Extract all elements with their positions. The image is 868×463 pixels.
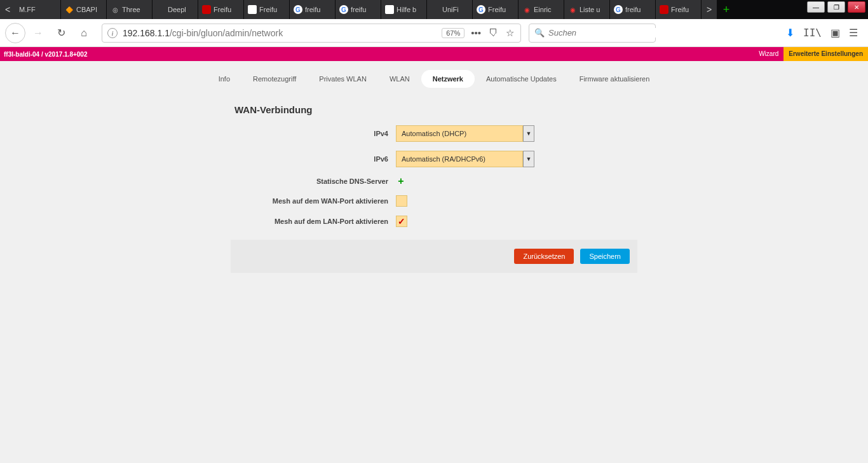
ipv4-select[interactable]: Automatisch (DHCP): [396, 125, 523, 142]
browser-tab[interactable]: UniFi: [427, 0, 473, 19]
browser-tab[interactable]: Gfreifu: [610, 0, 656, 19]
save-button[interactable]: Speichern: [580, 249, 630, 264]
forward-button[interactable]: →: [28, 23, 48, 43]
tab-scroll-right[interactable]: >: [702, 0, 717, 19]
reload-button[interactable]: ↻: [51, 23, 71, 43]
site-info-icon[interactable]: i: [107, 28, 118, 38]
menu-autoupdate[interactable]: Automatische Updates: [475, 70, 568, 88]
browser-tab[interactable]: ◎Three: [107, 0, 153, 19]
browser-tab[interactable]: Freifu: [244, 0, 290, 19]
close-button[interactable]: ✕: [848, 1, 865, 13]
browser-tab[interactable]: ◉Liste u: [564, 0, 610, 19]
menu-wlan[interactable]: WLAN: [378, 70, 421, 88]
back-button[interactable]: ←: [5, 23, 25, 43]
favicon-icon: [660, 5, 668, 14]
section-title: WAN-Verbindung: [231, 104, 637, 115]
pocket-icon[interactable]: ⛉: [487, 27, 499, 38]
form-actions: Zurücksetzen Speichern: [231, 240, 637, 273]
home-button[interactable]: ⌂: [74, 23, 94, 43]
minimize-button[interactable]: —: [807, 1, 825, 13]
menu-remote[interactable]: Remotezugriff: [241, 70, 308, 88]
favicon-icon: 🔶: [65, 5, 74, 14]
favicon-icon: ◉: [568, 5, 577, 14]
browser-toolbar: ← → ↻ ⌂ i 192.168.1.1/cgi-bin/gluon/admi…: [0, 19, 868, 47]
browser-tab[interactable]: ◉Einric: [519, 0, 564, 19]
favicon-icon: [156, 5, 165, 14]
mesh-wan-checkbox[interactable]: [396, 195, 407, 207]
library-icon[interactable]: II\: [803, 27, 822, 39]
ipv6-label: IPv6: [231, 155, 396, 163]
dropdown-arrow-icon[interactable]: ▼: [523, 151, 534, 167]
favicon-icon: [248, 5, 257, 14]
browser-tab[interactable]: Freifu: [656, 0, 702, 19]
search-input[interactable]: [548, 28, 656, 38]
favicon-icon: [385, 5, 394, 14]
menu-private-wlan[interactable]: Privates WLAN: [308, 70, 378, 88]
bookmark-icon[interactable]: ☆: [505, 27, 515, 39]
gluon-topbar: ff3l-baldi-04 / v2017.1.8+002 Wizard Erw…: [0, 47, 868, 61]
page-content: ff3l-baldi-04 / v2017.1.8+002 Wizard Erw…: [0, 47, 868, 463]
favicon-icon: G: [477, 5, 485, 14]
page-actions-icon[interactable]: •••: [470, 27, 482, 38]
browser-tab-strip: < M.FF 🔶CBAPI ◎Three Deepl Freifu Freifu…: [0, 0, 868, 19]
mesh-wan-label: Mesh auf dem WAN-Port aktivieren: [231, 197, 396, 205]
maximize-button[interactable]: ❐: [827, 1, 845, 13]
form-content: WAN-Verbindung IPv4 Automatisch (DHCP) ▼…: [231, 104, 637, 273]
dns-label: Statische DNS-Server: [231, 177, 396, 185]
browser-tab[interactable]: Freifu: [198, 0, 244, 19]
favicon-icon: [431, 5, 440, 14]
browser-tab[interactable]: 🔶CBAPI: [61, 0, 107, 19]
main-menu: Info Remotezugriff Privates WLAN WLAN Ne…: [0, 61, 868, 93]
sidebar-icon[interactable]: ▣: [831, 27, 840, 39]
favicon-icon: ◉: [522, 5, 531, 14]
wizard-link[interactable]: Wizard: [754, 47, 783, 61]
reset-button[interactable]: Zurücksetzen: [514, 249, 574, 264]
favicon-icon: ◎: [111, 5, 119, 14]
browser-tab[interactable]: Hilfe b: [381, 0, 427, 19]
menu-firmware[interactable]: Firmware aktualisieren: [568, 70, 661, 88]
zoom-indicator[interactable]: 67%: [442, 28, 465, 38]
tab-scroll-left[interactable]: <: [0, 0, 15, 19]
advanced-settings-link[interactable]: Erweiterte Einstellungen: [783, 47, 868, 61]
dropdown-arrow-icon[interactable]: ▼: [523, 125, 534, 142]
favicon-icon: [202, 5, 211, 14]
browser-tab[interactable]: Deepl: [153, 0, 198, 19]
add-dns-button[interactable]: +: [396, 176, 406, 186]
address-bar[interactable]: i 192.168.1.1/cgi-bin/gluon/admin/networ…: [102, 24, 521, 43]
menu-info[interactable]: Info: [207, 70, 241, 88]
downloads-icon[interactable]: ⬇: [786, 27, 794, 39]
favicon-icon: G: [294, 5, 302, 14]
favicon-icon: G: [339, 5, 348, 14]
menu-icon[interactable]: ☰: [849, 27, 858, 39]
browser-tab[interactable]: Gfreifu: [290, 0, 336, 19]
node-id: ff3l-baldi-04 / v2017.1.8+002: [4, 51, 87, 58]
browser-tab[interactable]: M.FF: [15, 0, 61, 19]
search-bar[interactable]: 🔍: [529, 24, 656, 43]
browser-tab[interactable]: GFreifu: [473, 0, 519, 19]
favicon-icon: G: [614, 5, 623, 14]
mesh-lan-label: Mesh auf dem LAN-Port aktivieren: [231, 218, 396, 225]
browser-tab[interactable]: Gfreifu: [336, 0, 381, 19]
search-icon: 🔍: [534, 28, 545, 38]
url-text: 192.168.1.1/cgi-bin/gluon/admin/network: [123, 28, 437, 38]
mesh-lan-checkbox[interactable]: [396, 216, 407, 227]
ipv6-select[interactable]: Automatisch (RA/DHCPv6): [396, 151, 523, 167]
new-tab-button[interactable]: +: [717, 0, 736, 19]
ipv4-label: IPv4: [231, 130, 396, 137]
window-controls: — ❐ ✕: [807, 0, 868, 19]
menu-network[interactable]: Netzwerk: [421, 70, 475, 88]
